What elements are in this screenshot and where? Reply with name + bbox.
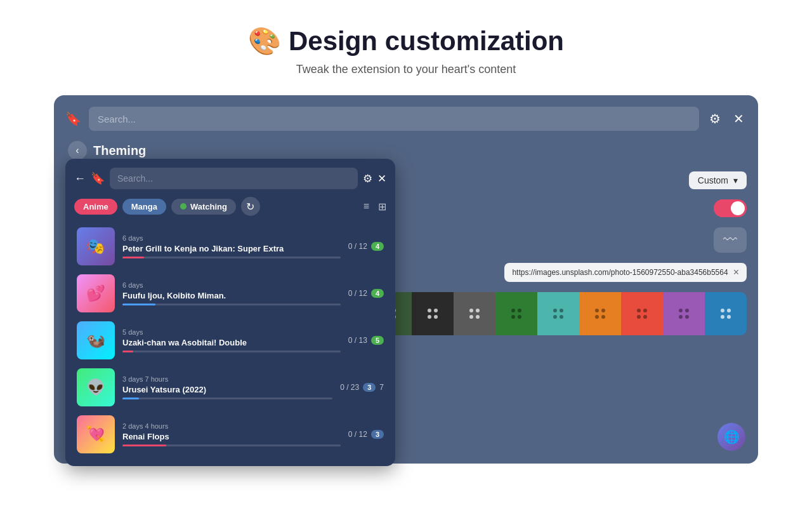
waves-icon: 〰 <box>714 227 747 253</box>
custom-label: Custom <box>698 175 728 185</box>
anime-days: 3 days 7 hours <box>122 375 332 383</box>
anime-title: Uzaki-chan wa Asobitai! Double <box>122 338 341 347</box>
swatch-dots <box>679 309 689 319</box>
url-clear-button[interactable]: × <box>733 267 739 278</box>
list-item[interactable]: 👽 3 days 7 hours Urusei Yatsura (2022) 0… <box>74 364 386 410</box>
anime-info: 6 days Peter Grill to Kenja no Jikan: Su… <box>122 234 341 258</box>
anime-thumbnail: 💘 <box>77 415 115 453</box>
swatch-red[interactable] <box>621 292 663 335</box>
ep-count: 0 / 12 <box>348 242 367 251</box>
browser-topbar: 🔖 ⚙ ✕ <box>65 107 747 131</box>
user-avatar[interactable]: 🌐 <box>717 423 745 451</box>
toggle-switch[interactable] <box>714 199 747 217</box>
anime-stats: 0 / 13 5 <box>348 336 384 345</box>
anime-list-popup: ← 🔖 ⚙ ✕ Anime Manga Watching ↻ ≡ ⊞ 🎭 <box>65 159 395 466</box>
avatar-emoji: 🌐 <box>724 429 740 444</box>
swatch-green[interactable] <box>495 292 537 335</box>
inner-search-input[interactable] <box>110 168 358 189</box>
inner-close-button[interactable]: ✕ <box>377 172 386 185</box>
swatch-light-blue[interactable] <box>705 292 747 335</box>
page-header: 🎨 Design customization Tweak the extensi… <box>235 0 577 89</box>
swatch-orange[interactable] <box>579 292 621 335</box>
custom-dropdown[interactable]: Custom ▾ <box>689 171 747 189</box>
title-text: Design customization <box>289 26 564 57</box>
progress-fill <box>122 304 155 305</box>
anime-thumbnail: 👽 <box>77 368 115 406</box>
swatch-dots <box>637 309 647 319</box>
tab-watching[interactable]: Watching <box>171 199 236 215</box>
anime-thumbnail: 🦦 <box>77 321 115 359</box>
page-title: 🎨 Design customization <box>248 25 564 57</box>
close-button[interactable]: ✕ <box>731 109 747 129</box>
swatch-black[interactable] <box>412 292 454 335</box>
page-subtitle: Tweak the extension to your heart's cont… <box>248 63 564 76</box>
tab-manga[interactable]: Manga <box>122 199 166 215</box>
settings-button[interactable]: ⚙ <box>707 109 723 129</box>
list-view-icon[interactable]: ⊞ <box>378 201 386 213</box>
score-badge: 4 <box>371 242 384 251</box>
ep-count: 0 / 23 <box>340 383 359 392</box>
anime-info: 6 days Fuufu Ijou, Koibito Miman. <box>122 281 341 305</box>
list-item[interactable]: 🦦 5 days Uzaki-chan wa Asobitai! Double … <box>74 318 386 363</box>
list-item[interactable]: 💘 2 days 4 hours Renai Flops 0 / 12 3 <box>74 411 386 457</box>
ep-count: 0 / 13 <box>348 336 367 345</box>
browser-search-input[interactable] <box>89 107 699 131</box>
url-text: https://images.unsplash.com/photo-156097… <box>512 268 728 277</box>
inner-bookmark-button[interactable]: 🔖 <box>91 171 105 185</box>
bookmark-button[interactable]: 🔖 <box>65 111 81 126</box>
thumb-emoji: 🎭 <box>77 227 115 265</box>
anime-stats: 0 / 12 4 <box>348 289 384 298</box>
swatch-purple[interactable] <box>663 292 705 335</box>
url-bar: https://images.unsplash.com/photo-156097… <box>504 263 747 282</box>
anime-info: 2 days 4 hours Renai Flops <box>122 422 341 446</box>
anime-stats: 0 / 12 4 <box>348 242 384 251</box>
swatch-dots <box>428 309 438 319</box>
progress-bar <box>122 351 341 352</box>
anime-title: Renai Flops <box>122 432 341 441</box>
swatch-teal[interactable] <box>537 292 579 335</box>
thumb-emoji: 💘 <box>77 415 115 453</box>
ep-count: 0 / 12 <box>348 289 367 298</box>
anime-title: Urusei Yatsura (2022) <box>122 385 332 394</box>
swatch-gray[interactable] <box>454 292 495 335</box>
score-badge: 5 <box>371 336 384 345</box>
anime-title: Peter Grill to Kenja no Jikan: Super Ext… <box>122 244 341 253</box>
palette-emoji: 🎨 <box>248 25 281 57</box>
anime-thumbnail: 💕 <box>77 274 115 312</box>
theming-label: Theming <box>93 144 146 158</box>
score-badge: 3 <box>371 430 384 439</box>
anime-thumbnail: 🎭 <box>77 227 115 265</box>
anime-title: Fuufu Ijou, Koibito Miman. <box>122 291 341 300</box>
browser-window: 🔖 ⚙ ✕ ‹ Theming ← 🔖 ⚙ ✕ Anime Manga Watc… <box>54 95 758 464</box>
anime-days: 6 days <box>122 234 341 242</box>
filter-icon[interactable]: ≡ <box>363 201 369 212</box>
inner-back-button[interactable]: ← <box>74 172 86 185</box>
progress-bar <box>122 304 341 305</box>
watching-label: Watching <box>190 202 227 211</box>
swatch-dots <box>511 309 521 319</box>
swatch-dots <box>469 309 480 319</box>
toggle-knob <box>731 201 745 215</box>
anime-info: 5 days Uzaki-chan wa Asobitai! Double <box>122 328 341 352</box>
progress-bar <box>122 257 341 258</box>
list-item[interactable]: 💕 6 days Fuufu Ijou, Koibito Miman. 0 / … <box>74 271 386 316</box>
watching-dot <box>180 203 187 210</box>
inner-topbar: ← 🔖 ⚙ ✕ <box>74 168 386 189</box>
anime-stats: 0 / 12 3 <box>348 430 384 439</box>
swatch-dots <box>721 309 731 319</box>
back-button[interactable]: ‹ <box>68 141 87 160</box>
progress-fill <box>122 444 166 446</box>
progress-bar <box>122 444 341 446</box>
swatch-dots <box>553 309 563 319</box>
tab-anime[interactable]: Anime <box>74 199 117 215</box>
progress-fill <box>122 257 144 258</box>
anime-days: 6 days <box>122 281 341 289</box>
thumb-emoji: 🦦 <box>77 321 115 359</box>
refresh-button[interactable]: ↻ <box>241 197 260 216</box>
list-item[interactable]: 🎭 6 days Peter Grill to Kenja no Jikan: … <box>74 224 386 269</box>
progress-fill <box>122 398 139 399</box>
inner-settings-button[interactable]: ⚙ <box>363 172 372 185</box>
chevron-down-icon: ▾ <box>733 175 738 185</box>
toggle-container <box>714 199 747 217</box>
progress-bar <box>122 398 332 399</box>
